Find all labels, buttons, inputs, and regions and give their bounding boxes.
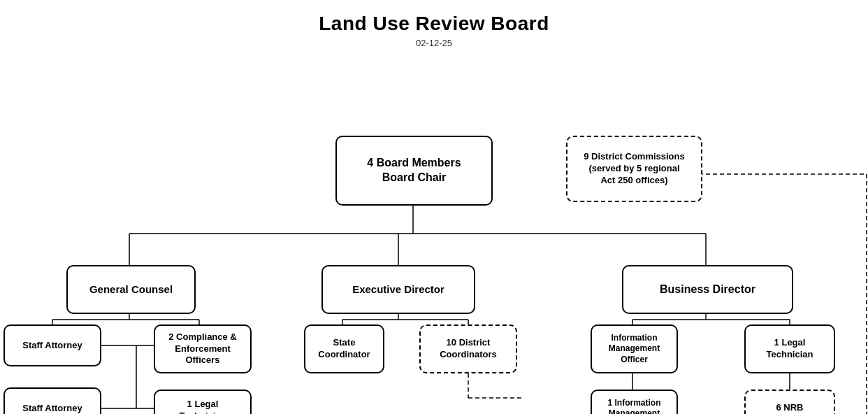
executive-director-box: Executive Director <box>321 265 475 314</box>
board-members-box: 4 Board Members Board Chair <box>335 136 493 206</box>
district-coordinators-box: 10 District Coordinators <box>419 324 517 373</box>
legal-tech-1-box: 1 Legal Technician <box>154 390 252 414</box>
nrb-technicians-box: 6 NRB Technicians <box>744 390 835 414</box>
district-commissions-box: 9 District Commissions (served by 5 regi… <box>566 136 702 202</box>
business-director-box: Business Director <box>622 265 793 314</box>
info-mgmt-officer-box: Information Management Officer <box>591 324 678 373</box>
compliance-officers-box: 2 Compliance & Enforcement Officers <box>154 324 252 373</box>
org-chart: 4 Board Members Board Chair 9 District C… <box>0 55 868 414</box>
staff-attorney-2-box: Staff Attorney <box>3 387 101 414</box>
page-title: Land Use Review Board <box>0 0 868 35</box>
legal-tech-2-box: 1 Legal Technician <box>744 324 835 373</box>
general-counsel-box: General Counsel <box>66 265 196 314</box>
page-date: 02-12-25 <box>0 38 868 48</box>
info-mgmt-tech-box: 1 Information Management Technician <box>591 390 678 414</box>
staff-attorney-1-box: Staff Attorney <box>3 324 101 366</box>
state-coordinator-box: State Coordinator <box>304 324 384 373</box>
